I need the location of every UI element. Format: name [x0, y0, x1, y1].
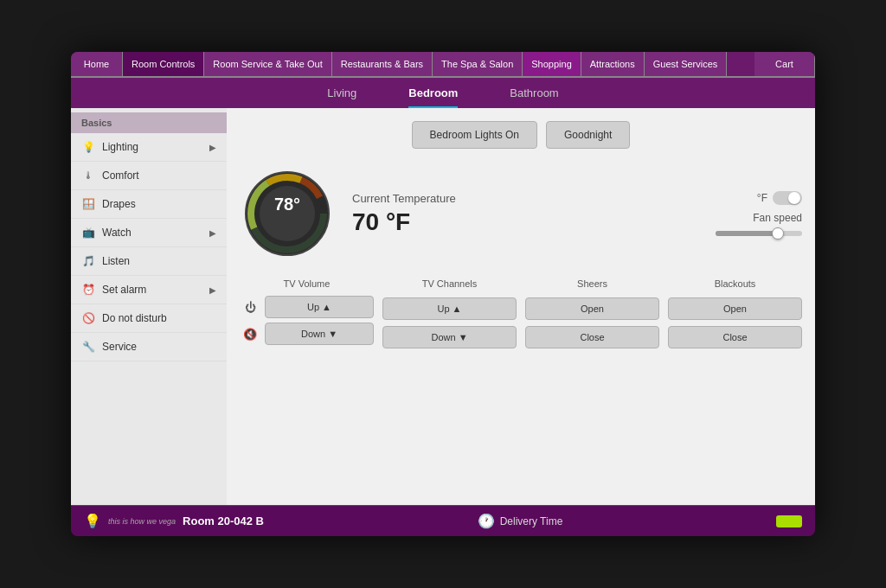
watch-label: Watch [102, 227, 132, 239]
control-grid: TV Volume ⏻ Up ▲ 🔇 Down ▼ TV Channels Up… [240, 278, 802, 348]
dnd-icon: 🚫 [81, 311, 95, 325]
footer-clock-icon: 🕐 [478, 513, 495, 529]
alarm-label: Set alarm [102, 284, 146, 296]
nav-shopping[interactable]: Shopping [523, 52, 581, 76]
sidebar-item-comfort[interactable]: 🌡 Comfort [71, 162, 227, 190]
nav-home[interactable]: Home [71, 52, 123, 76]
tv-volume-up-button[interactable]: Up ▲ [265, 296, 374, 318]
nav-restaurants[interactable]: Restaurants & Bars [332, 52, 433, 76]
nav-attractions[interactable]: Attractions [581, 52, 645, 76]
sidebar-header: Basics [71, 112, 227, 133]
sheers-label: Sheers [577, 278, 607, 289]
nav-guest-services[interactable]: Guest Services [645, 52, 728, 76]
footer-room: Room 20-042 B [183, 514, 264, 527]
tab-bathroom[interactable]: Bathroom [510, 86, 558, 108]
tv-channels-label: TV Channels [422, 278, 478, 289]
sheers-open-button[interactable]: Open [525, 297, 659, 320]
fan-controls: °F Fan speed [716, 191, 802, 236]
sidebar: Basics 💡 Lighting ▶ 🌡 Comfort 🪟 Drapes [71, 108, 227, 505]
svg-text:78°: 78° [274, 195, 300, 214]
tv-volume-up-row: ⏻ Up ▲ [240, 296, 374, 318]
nav-spa[interactable]: The Spa & Salon [433, 52, 523, 76]
sidebar-item-dnd[interactable]: 🚫 Do not disturb [71, 304, 227, 333]
footer-lightbulb-icon: 💡 [84, 513, 101, 529]
listen-icon: 🎵 [81, 254, 95, 268]
nav-room-service[interactable]: Room Service & Take Out [204, 52, 331, 76]
tab-bedroom[interactable]: Bedroom [408, 86, 458, 108]
quick-buttons: Bedroom Lights On Goodnight [240, 121, 802, 149]
nav-room-controls[interactable]: Room Controls [123, 52, 204, 76]
thermostat-svg: 78° [240, 166, 335, 261]
hotel-tablet-screen: Home Room Controls Room Service & Take O… [71, 52, 815, 536]
control-panel: Bedroom Lights On Goodnight [227, 108, 815, 505]
watch-arrow: ▶ [209, 228, 216, 238]
comfort-icon: 🌡 [81, 169, 95, 182]
unit-toggle-switch[interactable] [773, 191, 802, 205]
tv-volume-down-button[interactable]: Down ▼ [265, 323, 374, 345]
thermostat-area: 78° Current Temperature 70 °F °F [240, 166, 802, 261]
blackouts-open-button[interactable]: Open [668, 297, 802, 320]
sidebar-item-watch[interactable]: 📺 Watch ▶ [71, 219, 227, 247]
tv-volume-col: TV Volume ⏻ Up ▲ 🔇 Down ▼ [240, 278, 374, 348]
footer-delivery[interactable]: 🕐 Delivery Time [478, 513, 563, 529]
goodnight-button[interactable]: Goodnight [546, 121, 630, 149]
mute-icon[interactable]: 🔇 [240, 323, 260, 344]
sub-tabs: Living Bedroom Bathroom [71, 78, 815, 108]
fan-slider-fill [716, 231, 776, 236]
listen-label: Listen [102, 255, 130, 267]
tv-channel-up-button[interactable]: Up ▲ [382, 297, 517, 320]
sidebar-item-listen[interactable]: 🎵 Listen [71, 247, 227, 276]
sheers-close-button[interactable]: Close [525, 326, 659, 348]
fan-speed-slider[interactable] [716, 231, 802, 236]
dnd-label: Do not disturb [102, 312, 167, 324]
sheers-col: Sheers Open Close [525, 278, 659, 348]
sidebar-item-drapes[interactable]: 🪟 Drapes [71, 190, 227, 219]
alarm-arrow: ▶ [209, 285, 216, 295]
footer-left: 💡 this is how we vega Room 20-042 B [84, 513, 264, 529]
thermostat-dial[interactable]: 78° [240, 166, 335, 261]
blackouts-col: Blackouts Open Close [668, 278, 802, 348]
alarm-icon: ⏰ [81, 283, 95, 297]
tv-channel-down-button[interactable]: Down ▼ [382, 326, 517, 348]
temperature-display: Current Temperature 70 °F [352, 192, 698, 236]
comfort-label: Comfort [102, 169, 139, 182]
drapes-label: Drapes [102, 198, 136, 210]
footer-status-indicator [776, 515, 802, 527]
unit-label: °F [757, 192, 767, 204]
service-label: Service [102, 341, 137, 353]
current-temp-label: Current Temperature [352, 192, 698, 205]
footer: 💡 this is how we vega Room 20-042 B 🕐 De… [71, 505, 815, 536]
blackouts-close-button[interactable]: Close [668, 326, 802, 348]
tv-channels-col: TV Channels Up ▲ Down ▼ [382, 278, 517, 348]
sidebar-item-lighting[interactable]: 💡 Lighting ▶ [71, 133, 227, 162]
tv-volume-down-row: 🔇 Down ▼ [240, 323, 374, 345]
current-temp-value: 70 °F [352, 208, 698, 236]
fan-speed-label: Fan speed [753, 212, 802, 224]
toggle-knob [788, 192, 800, 204]
lighting-icon: 💡 [81, 140, 95, 154]
lighting-label: Lighting [102, 141, 138, 153]
lighting-arrow: ▶ [209, 143, 216, 152]
nav-bar: Home Room Controls Room Service & Take O… [71, 52, 815, 78]
sidebar-item-alarm[interactable]: ⏰ Set alarm ▶ [71, 276, 227, 304]
blackouts-label: Blackouts [715, 278, 756, 289]
main-content: Basics 💡 Lighting ▶ 🌡 Comfort 🪟 Drapes [71, 108, 815, 505]
power-icon[interactable]: ⏻ [240, 297, 260, 317]
fan-slider-thumb [772, 227, 784, 240]
nav-cart[interactable]: Cart [754, 52, 815, 76]
service-icon: 🔧 [81, 340, 95, 354]
footer-delivery-label: Delivery Time [500, 515, 563, 527]
footer-brand: this is how we vega [108, 517, 176, 526]
bedroom-lights-on-button[interactable]: Bedroom Lights On [412, 121, 537, 149]
unit-toggle: °F [757, 191, 802, 205]
tab-living[interactable]: Living [327, 86, 356, 108]
drapes-icon: 🪟 [81, 197, 95, 211]
sidebar-item-service[interactable]: 🔧 Service [71, 333, 227, 361]
watch-icon: 📺 [81, 226, 95, 240]
tv-volume-label: TV Volume [284, 278, 331, 289]
